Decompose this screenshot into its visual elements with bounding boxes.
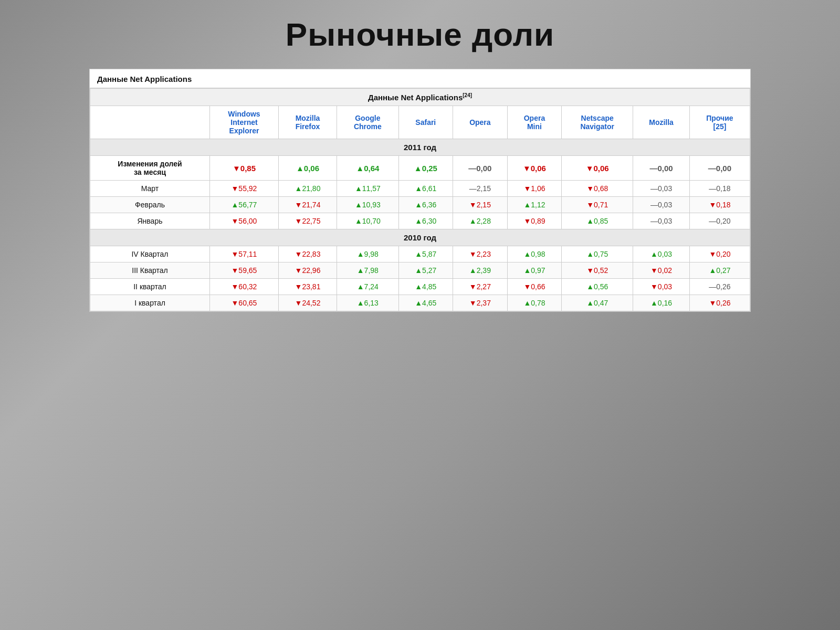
cell-0-0-0: ▼0,85 xyxy=(210,156,279,181)
cell-0-1-0: ▼55,92 xyxy=(210,181,279,197)
cell-0-1-6: ▼0,68 xyxy=(562,181,633,197)
page-title: Рыночные доли xyxy=(286,16,554,53)
cell-0-3-7: —0,03 xyxy=(633,213,690,229)
cell-0-2-1: ▼21,74 xyxy=(278,197,337,213)
cell-1-2-4: ▼2,27 xyxy=(453,279,508,295)
cell-1-2-3: ▲4,85 xyxy=(398,279,453,295)
table-row: III Квартал▼59,65▼22,96▲7,98▲5,27▲2,39▲0… xyxy=(90,262,750,279)
cell-0-3-3: ▲6,30 xyxy=(398,213,453,229)
col-header-gc: GoogleChrome xyxy=(337,106,399,139)
row-label-0-1: Март xyxy=(90,181,210,197)
table-container: Данные Net Applications Данные Net Appli… xyxy=(89,69,751,312)
cell-0-3-1: ▼22,75 xyxy=(278,213,337,229)
cell-0-3-8: —0,20 xyxy=(689,213,750,229)
cell-0-1-8: —0,18 xyxy=(689,181,750,197)
source-label: Данные Net Applications xyxy=(90,69,750,88)
cell-1-3-4: ▼2,37 xyxy=(453,295,508,311)
cell-0-2-5: ▲1,12 xyxy=(507,197,561,213)
cell-1-0-7: ▲0,03 xyxy=(633,246,690,262)
cell-0-0-7: —0,00 xyxy=(633,156,690,181)
cell-1-2-5: ▼0,66 xyxy=(507,279,561,295)
cell-0-3-2: ▲10,70 xyxy=(337,213,399,229)
cell-0-0-1: ▲0,06 xyxy=(278,156,337,181)
cell-1-3-5: ▲0,78 xyxy=(507,295,561,311)
cell-0-1-7: —0,03 xyxy=(633,181,690,197)
cell-1-2-0: ▼60,32 xyxy=(210,279,279,295)
cell-1-1-8: ▲0,27 xyxy=(689,262,750,279)
cell-0-0-4: —0,00 xyxy=(453,156,508,181)
row-label-1-0: IV Квартал xyxy=(90,246,210,262)
cell-1-3-1: ▼24,52 xyxy=(278,295,337,311)
cell-1-2-8: —0,26 xyxy=(689,279,750,295)
cell-1-2-7: ▼0,03 xyxy=(633,279,690,295)
cell-0-1-3: ▲6,61 xyxy=(398,181,453,197)
section-year-0: 2011 год xyxy=(90,139,750,156)
cell-0-3-6: ▲0,85 xyxy=(562,213,633,229)
table-row: Январь▼56,00▼22,75▲10,70▲6,30▲2,28▼0,89▲… xyxy=(90,213,750,229)
cell-0-1-4: —2,15 xyxy=(453,181,508,197)
cell-1-0-2: ▲9,98 xyxy=(337,246,399,262)
row-label-1-3: I квартал xyxy=(90,295,210,311)
cell-0-1-5: ▼1,06 xyxy=(507,181,561,197)
cell-1-3-8: ▼0,26 xyxy=(689,295,750,311)
cell-1-0-5: ▲0,98 xyxy=(507,246,561,262)
cell-1-2-2: ▲7,24 xyxy=(337,279,399,295)
empty-header xyxy=(90,106,210,139)
cell-0-0-3: ▲0,25 xyxy=(398,156,453,181)
cell-1-1-5: ▲0,97 xyxy=(507,262,561,279)
cell-0-0-8: —0,00 xyxy=(689,156,750,181)
col-header-mz: Mozilla xyxy=(633,106,690,139)
cell-0-1-2: ▲11,57 xyxy=(337,181,399,197)
cell-0-2-0: ▲56,77 xyxy=(210,197,279,213)
cell-1-1-3: ▲5,27 xyxy=(398,262,453,279)
cell-1-3-0: ▼60,65 xyxy=(210,295,279,311)
cell-1-3-2: ▲6,13 xyxy=(337,295,399,311)
cell-1-0-6: ▲0,75 xyxy=(562,246,633,262)
cell-1-2-1: ▼23,81 xyxy=(278,279,337,295)
table-row: IV Квартал▼57,11▼22,83▲9,98▲5,87▼2,23▲0,… xyxy=(90,246,750,262)
table-row: Март▼55,92▲21,80▲11,57▲6,61—2,15▼1,06▼0,… xyxy=(90,181,750,197)
cell-0-0-2: ▲0,64 xyxy=(337,156,399,181)
cell-0-2-4: ▼2,15 xyxy=(453,197,508,213)
col-header-sf: Safari xyxy=(398,106,453,139)
cell-1-1-0: ▼59,65 xyxy=(210,262,279,279)
table-main-header: Данные Net Applications[24] xyxy=(90,89,750,106)
table-row: II квартал▼60,32▼23,81▲7,24▲4,85▼2,27▼0,… xyxy=(90,279,750,295)
cell-1-0-8: ▼0,20 xyxy=(689,246,750,262)
cell-0-2-2: ▲10,93 xyxy=(337,197,399,213)
col-header-nn: NetscapeNavigator xyxy=(562,106,633,139)
cell-1-0-4: ▼2,23 xyxy=(453,246,508,262)
column-headers: WindowsInternetExplorer MozillaFirefox G… xyxy=(90,106,750,139)
row-label-1-1: III Квартал xyxy=(90,262,210,279)
market-share-table: Данные Net Applications[24] WindowsInter… xyxy=(90,88,750,311)
col-header-other: Прочие[25] xyxy=(689,106,750,139)
row-label-0-3: Январь xyxy=(90,213,210,229)
cell-1-1-4: ▲2,39 xyxy=(453,262,508,279)
col-header-ff: MozillaFirefox xyxy=(278,106,337,139)
cell-1-1-7: ▼0,02 xyxy=(633,262,690,279)
cell-1-3-7: ▲0,16 xyxy=(633,295,690,311)
cell-0-2-7: —0,03 xyxy=(633,197,690,213)
cell-0-2-8: ▼0,18 xyxy=(689,197,750,213)
section-year-1: 2010 год xyxy=(90,229,750,246)
cell-1-1-6: ▼0,52 xyxy=(562,262,633,279)
row-label-0-2: Февраль xyxy=(90,197,210,213)
cell-1-3-3: ▲4,65 xyxy=(398,295,453,311)
table-row: Февраль▲56,77▼21,74▲10,93▲6,36▼2,15▲1,12… xyxy=(90,197,750,213)
col-header-om: OperaMini xyxy=(507,106,561,139)
cell-1-1-1: ▼22,96 xyxy=(278,262,337,279)
col-header-op: Opera xyxy=(453,106,508,139)
cell-0-3-0: ▼56,00 xyxy=(210,213,279,229)
cell-1-3-6: ▲0,47 xyxy=(562,295,633,311)
cell-0-2-6: ▼0,71 xyxy=(562,197,633,213)
cell-0-0-6: ▼0,06 xyxy=(562,156,633,181)
cell-1-0-3: ▲5,87 xyxy=(398,246,453,262)
table-row: I квартал▼60,65▼24,52▲6,13▲4,65▼2,37▲0,7… xyxy=(90,295,750,311)
table-row: Изменения долейза месяц▼0,85▲0,06▲0,64▲0… xyxy=(90,156,750,181)
cell-1-0-1: ▼22,83 xyxy=(278,246,337,262)
cell-1-1-2: ▲7,98 xyxy=(337,262,399,279)
row-label-0-0: Изменения долейза месяц xyxy=(90,156,210,181)
cell-1-2-6: ▲0,56 xyxy=(562,279,633,295)
cell-0-3-4: ▲2,28 xyxy=(453,213,508,229)
row-label-1-2: II квартал xyxy=(90,279,210,295)
